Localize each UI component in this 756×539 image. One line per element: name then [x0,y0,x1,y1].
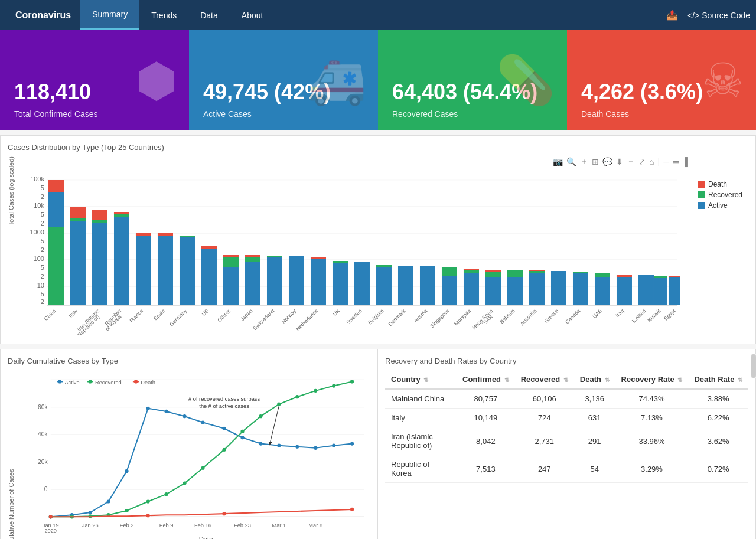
source-code-link[interactable]: </> Source Code [687,11,750,20]
svg-text:20k: 20k [38,459,48,465]
toolbar-home-icon[interactable]: ⌂ [649,157,654,166]
svg-point-166 [350,380,354,383]
svg-rect-55 [311,257,326,259]
cell-confirmed: 10,149 [457,409,515,427]
table-row: Republic of Korea 7,513 247 54 3.29% 0.7… [385,455,748,483]
cell-recovery-rate: 33.96% [615,427,689,455]
country-table: Country ⇅ Confirmed ⇅ Recovered ⇅ Death … [385,370,748,483]
svg-text:5: 5 [41,237,44,244]
table-container[interactable]: Country ⇅ Confirmed ⇅ Recovered ⇅ Death … [385,370,748,534]
svg-point-135 [89,511,92,514]
svg-point-184 [58,380,61,383]
cell-death: 3,136 [574,389,615,409]
sort-recovered-icon: ⇅ [563,377,568,383]
col-confirmed[interactable]: Confirmed ⇅ [457,370,515,389]
legend-death-color [698,181,705,188]
svg-point-138 [146,407,150,410]
svg-text:Japan: Japan [239,308,253,322]
svg-text:Belgium: Belgium [367,308,384,325]
svg-point-144 [259,442,262,445]
col-recovered[interactable]: Recovered ⇅ [515,370,574,389]
col-death[interactable]: Death ⇅ [574,370,615,389]
toolbar-minus-icon[interactable]: － [627,156,635,167]
table-row: Mainland China 80,757 60,106 3,136 74.43… [385,389,748,409]
cell-death: 291 [574,427,615,455]
svg-line-171 [270,406,279,444]
svg-rect-73 [529,270,545,305]
svg-rect-83 [617,275,632,277]
svg-rect-23 [48,192,64,227]
nav-tab-summary[interactable]: Summary [80,0,139,30]
share-icon[interactable]: 📤 [666,9,678,21]
svg-rect-54 [311,257,326,305]
toolbar-zoom-icon[interactable]: 🔍 [566,157,576,166]
svg-rect-53 [289,256,304,305]
svg-rect-27 [92,210,107,305]
svg-point-156 [165,492,168,496]
sort-confirmed-icon: ⇅ [504,377,509,383]
stat-deaths: ☠ 4,262 (3.6%) Death Cases [567,30,756,130]
col-recovery-rate[interactable]: Recovery Rate ⇅ [615,370,689,389]
cell-confirmed: 7,513 [457,455,515,483]
svg-point-161 [259,414,262,418]
svg-text:2: 2 [41,298,44,305]
svg-point-190 [134,380,138,383]
cell-death: 631 [574,409,615,427]
nav-tab-trends[interactable]: Trends [139,0,188,30]
svg-rect-86 [654,276,667,278]
scrollbar-thumb[interactable] [751,354,756,378]
svg-rect-48 [245,255,260,305]
col-country[interactable]: Country ⇅ [385,370,457,389]
svg-text:Iceland: Iceland [631,308,647,324]
svg-point-145 [277,444,281,447]
legend-recovered-color [698,191,705,198]
svg-point-170 [350,508,354,511]
svg-text:10k: 10k [34,202,44,209]
scrollbar-track[interactable] [751,354,756,378]
stat-confirmed: ⬢ 118,410 Total Confirmed Cases [0,30,189,130]
sort-recovery-rate-icon: ⇅ [677,377,682,383]
svg-text:Bahrain: Bahrain [498,308,516,325]
bottom-row: Daily Cumulative Cases by Type Cumulativ… [0,349,756,539]
svg-rect-52 [267,256,282,257]
line-chart-svg: 60k 40k 20k 0 [17,370,370,539]
cell-country: Iran (Islamic Republic of) [385,427,457,455]
nav-tab-about[interactable]: About [230,0,275,30]
col-death-rate[interactable]: Death Rate ⇅ [688,370,748,389]
toolbar-dash-icon[interactable]: ═ [673,157,679,166]
cell-country: Republic of Korea [385,455,457,483]
stats-row: ⬢ 118,410 Total Confirmed Cases 🚑 49,745… [0,30,756,130]
toolbar-bubble-icon[interactable]: 💬 [602,157,612,166]
toolbar-camera-icon[interactable]: 📷 [553,157,563,166]
toolbar-grid-icon[interactable]: ⊞ [592,157,599,166]
toolbar-plus-icon[interactable]: ＋ [580,156,588,167]
legend-recovered-label: Recovered [708,191,742,199]
svg-rect-84 [638,275,654,305]
svg-text:60k: 60k [38,404,48,410]
sort-death-rate-icon: ⇅ [738,377,742,383]
nav-tab-data[interactable]: Data [188,0,230,30]
svg-text:Others: Others [216,308,232,324]
cell-country: Mainland China [385,389,457,409]
svg-text:Switzerland: Switzerland [252,308,275,331]
svg-point-169 [222,512,226,515]
stat-recovered: 💊 64,403 (54.4%) Recovered Cases [378,30,567,130]
svg-rect-29 [92,210,107,220]
table-row: Iran (Islamic Republic of) 8,042 2,731 2… [385,427,748,455]
toolbar-bar-icon[interactable]: ▐ [682,157,688,166]
svg-text:Feb 23: Feb 23 [234,522,251,528]
recovered-label: Recovered Cases [392,109,553,119]
legend-active: Active [698,201,742,210]
svg-rect-85 [654,276,667,305]
legend-recovered: Recovered [698,191,742,199]
svg-text:Egypt: Egypt [663,308,677,322]
svg-text:Feb 2: Feb 2 [120,522,134,528]
svg-text:Sweden: Sweden [345,308,363,325]
svg-text:China: China [43,308,57,322]
toolbar-expand-icon[interactable]: ⤢ [638,157,646,166]
cell-death-rate: 3.88% [688,389,748,409]
app-logo: Coronavirus [6,10,80,21]
toolbar-download-icon[interactable]: ⬇ [616,157,623,166]
toolbar-line-icon[interactable]: ─ [663,157,669,166]
cell-recovered: 724 [515,409,574,427]
